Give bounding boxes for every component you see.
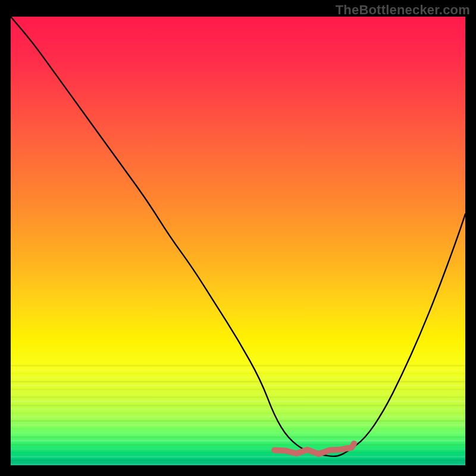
bottleneck-curve <box>11 17 465 456</box>
chart-stage: TheBottlenecker.com <box>0 0 476 476</box>
plot-area <box>11 17 465 465</box>
flat-region-marker <box>274 443 354 454</box>
chart-svg <box>11 17 465 465</box>
watermark-label: TheBottlenecker.com <box>336 2 470 18</box>
